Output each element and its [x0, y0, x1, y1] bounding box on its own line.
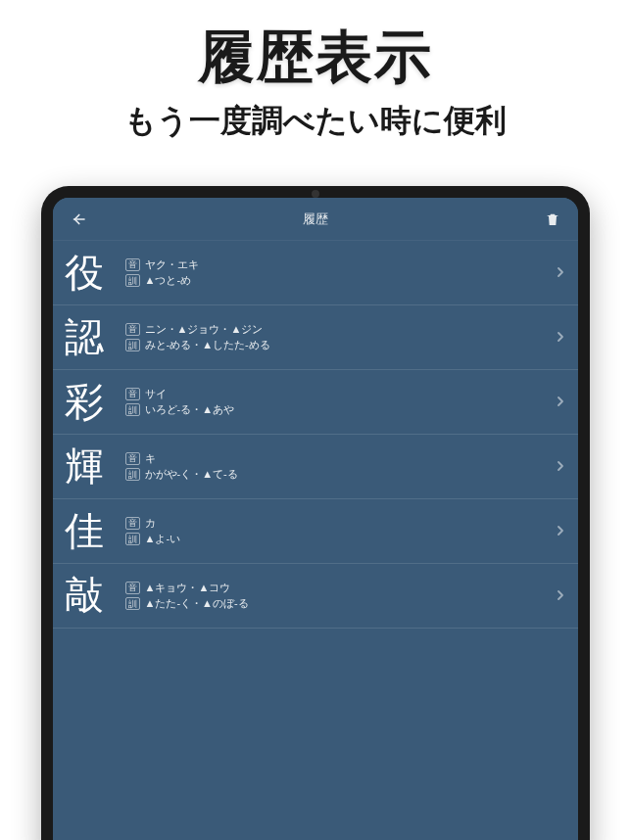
promo-title: 履歴表示 [0, 20, 630, 96]
kun-reading-tag: 訓 [125, 274, 140, 287]
kun-reading-tag: 訓 [125, 597, 140, 610]
kun-reading-line: 訓▲つと-め [125, 274, 549, 287]
chevron-right-icon [557, 264, 564, 282]
on-reading-line: 音カ [125, 517, 549, 530]
tablet-frame: 履歴 役音ヤク・エキ訓▲つと-め認音ニン・▲ジョウ・▲ジン訓みと-める・▲したた… [41, 186, 590, 840]
chevron-right-icon [557, 523, 564, 540]
on-reading-text: ▲キョウ・▲コウ [145, 582, 231, 594]
history-row[interactable]: 認音ニン・▲ジョウ・▲ジン訓みと-める・▲したた-める [53, 305, 578, 370]
kun-reading-text: みと-める・▲したた-める [145, 339, 270, 351]
camera-dot [312, 190, 319, 198]
kun-reading-tag: 訓 [125, 468, 140, 481]
app-screen: 履歴 役音ヤク・エキ訓▲つと-め認音ニン・▲ジョウ・▲ジン訓みと-める・▲したた… [53, 198, 578, 840]
kun-reading-tag: 訓 [125, 403, 140, 416]
history-row[interactable]: 輝音キ訓かがや-く・▲て-る [53, 435, 578, 499]
kanji-character: 佳 [65, 512, 121, 551]
kun-reading-text: ▲たた-く・▲のぼ-る [145, 597, 249, 610]
kun-reading-text: いろど-る・▲あや [145, 403, 235, 416]
readings-block: 音キ訓かがや-く・▲て-る [121, 452, 549, 481]
kun-reading-text: ▲よ-い [145, 533, 181, 545]
kanji-character: 認 [65, 318, 121, 357]
on-reading-text: サイ [145, 388, 167, 400]
on-reading-line: 音ニン・▲ジョウ・▲ジン [125, 323, 549, 336]
kun-reading-line: 訓▲よ-い [125, 533, 549, 545]
on-reading-text: ヤク・エキ [145, 258, 199, 271]
chevron-right-icon [557, 587, 564, 605]
readings-block: 音ヤク・エキ訓▲つと-め [121, 258, 549, 287]
promo-subtitle: もう一度調べたい時に便利 [0, 100, 630, 143]
chevron-right-icon [557, 458, 564, 476]
kun-reading-tag: 訓 [125, 339, 140, 351]
on-reading-tag: 音 [125, 582, 140, 594]
on-reading-line: 音ヤク・エキ [125, 258, 549, 271]
kun-reading-text: かがや-く・▲て-る [145, 468, 238, 481]
app-header: 履歴 [53, 198, 578, 241]
readings-block: 音サイ訓いろど-る・▲あや [121, 388, 549, 416]
trash-icon[interactable] [541, 208, 564, 231]
kanji-character: 役 [65, 254, 121, 293]
on-reading-tag: 音 [125, 388, 140, 400]
on-reading-tag: 音 [125, 452, 140, 465]
readings-block: 音カ訓▲よ-い [121, 517, 549, 545]
kun-reading-line: 訓いろど-る・▲あや [125, 403, 549, 416]
history-row[interactable]: 役音ヤク・エキ訓▲つと-め [53, 241, 578, 305]
page-title: 履歴 [303, 210, 328, 228]
on-reading-tag: 音 [125, 323, 140, 336]
promo-banner: 履歴表示 もう一度調べたい時に便利 [0, 0, 630, 143]
on-reading-tag: 音 [125, 517, 140, 530]
kun-reading-tag: 訓 [125, 533, 140, 545]
history-row[interactable]: 彩音サイ訓いろど-る・▲あや [53, 370, 578, 435]
on-reading-line: 音キ [125, 452, 549, 465]
on-reading-text: ニン・▲ジョウ・▲ジン [145, 323, 264, 336]
on-reading-line: 音サイ [125, 388, 549, 400]
chevron-right-icon [557, 394, 564, 411]
kun-reading-text: ▲つと-め [145, 274, 192, 287]
kanji-character: 敲 [65, 577, 121, 616]
on-reading-text: キ [145, 452, 156, 465]
on-reading-line: 音▲キョウ・▲コウ [125, 582, 549, 594]
readings-block: 音▲キョウ・▲コウ訓▲たた-く・▲のぼ-る [121, 582, 549, 610]
back-icon[interactable] [67, 208, 90, 231]
chevron-right-icon [557, 329, 564, 347]
kun-reading-line: 訓かがや-く・▲て-る [125, 468, 549, 481]
kanji-character: 輝 [65, 447, 121, 487]
kanji-character: 彩 [65, 383, 121, 422]
kun-reading-line: 訓みと-める・▲したた-める [125, 339, 549, 351]
kun-reading-line: 訓▲たた-く・▲のぼ-る [125, 597, 549, 610]
readings-block: 音ニン・▲ジョウ・▲ジン訓みと-める・▲したた-める [121, 323, 549, 351]
on-reading-text: カ [145, 517, 156, 530]
history-list: 役音ヤク・エキ訓▲つと-め認音ニン・▲ジョウ・▲ジン訓みと-める・▲したた-める… [53, 241, 578, 629]
history-row[interactable]: 佳音カ訓▲よ-い [53, 499, 578, 564]
on-reading-tag: 音 [125, 258, 140, 271]
history-row[interactable]: 敲音▲キョウ・▲コウ訓▲たた-く・▲のぼ-る [53, 564, 578, 629]
